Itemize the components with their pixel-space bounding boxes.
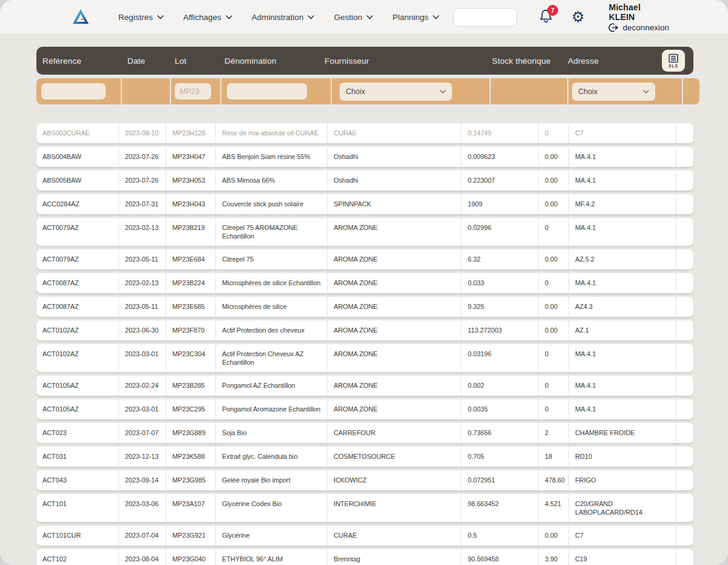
table-row[interactable]: ACT0105AZ2023-02-24MP23B285Pongamol AZ E…: [36, 376, 693, 396]
cell-fournisseur: AROMA ZONE: [327, 344, 461, 372]
table-row[interactable]: ACT0087AZ2023-02-13MP23B224Microsphères …: [36, 273, 693, 293]
cell-adresse: CHAMBRE FROIDE: [568, 423, 676, 443]
lot-filter-input[interactable]: [175, 83, 211, 100]
cell-qty: 0.00: [538, 320, 568, 340]
reference-filter-input[interactable]: [41, 83, 106, 100]
table-row[interactable]: ACT1012023-03-06MP23A107Glycérine Codex …: [36, 494, 693, 522]
logout-icon: [608, 23, 619, 32]
menu-gestion-label: Gestion: [334, 13, 362, 22]
cell-adresse: C7: [568, 526, 676, 546]
cell-date: 2023-05-11: [118, 297, 166, 317]
table-row[interactable]: ACT0087AZ2023-05-11MP23E685Microsphères …: [36, 297, 693, 317]
cell-reference: ACT101: [36, 494, 118, 522]
cell-qty: 0.00: [538, 297, 568, 317]
table-row[interactable]: ACT0079AZ2023-05-11MP23E684Citrepel 75AR…: [36, 249, 693, 269]
cell-stock: 0.033: [461, 273, 538, 293]
cell-date: 2023-08-10: [118, 123, 166, 143]
cell-stock: 0.14749: [461, 123, 538, 143]
cell-adresse: MF.4.2: [568, 194, 676, 214]
chevron-down-icon: [643, 90, 649, 93]
logout-button[interactable]: deconnexion: [608, 23, 669, 32]
cell-date: 2023-07-31: [118, 194, 166, 214]
table-row[interactable]: ACT0102AZ2023-03-01MP23C304Actif Protect…: [36, 344, 693, 372]
export-xls-button[interactable]: XLS: [662, 50, 685, 72]
cell-fournisseur: AROMA ZONE: [327, 376, 461, 396]
table-row[interactable]: ACT1022023-08-04MP23G040ETHYBIOL 96° ALI…: [36, 549, 693, 565]
column-header-lot[interactable]: Lot: [169, 56, 218, 66]
table-row[interactable]: ACT0105AZ2023-03-01MP23C295Pongamol Arom…: [36, 399, 693, 419]
cell-lot: MP23H128: [166, 123, 215, 143]
cell-date: 2023-06-30: [118, 320, 166, 340]
cell-adresse: C19: [568, 549, 676, 565]
menu-administration[interactable]: Administration: [246, 8, 320, 27]
adresse-filter-select[interactable]: Choix: [572, 83, 655, 101]
column-header-denomination[interactable]: Dénomination: [218, 56, 318, 66]
fournisseur-filter-select[interactable]: Choix: [340, 83, 452, 101]
table-row[interactable]: ACC0284AZ2023-07-31MP23H043Couvercle sti…: [36, 194, 693, 214]
notifications-button[interactable]: 7: [539, 8, 553, 25]
cell-reference: ACC0284AZ: [36, 194, 118, 214]
cell-reference: ABS003CURAE: [36, 123, 118, 143]
menu-administration-label: Administration: [252, 13, 304, 22]
cell-qty: 0.00: [538, 171, 568, 191]
menu-affichages[interactable]: Affichages: [178, 8, 238, 27]
cell-fournisseur: AROMA ZONE: [327, 297, 461, 317]
table-row[interactable]: ACT0232023-07-07MP23G889Soja BioCARREFOU…: [36, 423, 693, 443]
cell-qty: 18: [538, 447, 568, 467]
cell-date: 2023-07-07: [118, 423, 166, 443]
cell-adresse: MA.4.1: [568, 273, 676, 293]
table-row[interactable]: ACT0079AZ2023-02-13MP23B219Citrepel 75 A…: [36, 218, 693, 246]
cell-denomination: Actif Protection Cheveux AZ Echantillon: [215, 344, 327, 372]
menu-affichages-label: Affichages: [183, 13, 221, 22]
table-row[interactable]: ACT0102AZ2023-06-30MP23F870Actif Protect…: [36, 320, 693, 340]
cell-fournisseur: ICKOWICZ: [327, 470, 461, 490]
cell-reference: ACT043: [36, 470, 118, 490]
column-header-adresse[interactable]: Adresse: [562, 56, 662, 66]
menu-plannings[interactable]: Plannings: [387, 8, 445, 27]
cell-end-spacer: [676, 218, 693, 246]
cell-stock: 0.002: [461, 376, 538, 396]
cell-fournisseur: INTERCHIMIE: [327, 494, 461, 522]
cell-stock: 113.272003: [461, 320, 538, 340]
fournisseur-filter-value: Choix: [346, 87, 365, 96]
cell-qty: 0: [538, 344, 568, 372]
search-input[interactable]: [454, 8, 517, 26]
cell-qty: 3.90: [538, 549, 568, 565]
cell-end-spacer: [676, 273, 693, 293]
cell-denomination: Glycérine: [215, 526, 327, 546]
table-row[interactable]: ACT0432023-09-14MP23G985Gelée royale Bio…: [36, 470, 693, 490]
cell-date: 2023-03-06: [118, 494, 166, 522]
cell-date: 2023-02-13: [118, 273, 166, 293]
logout-label: deconnexion: [622, 23, 669, 32]
cell-end-spacer: [676, 526, 693, 546]
table-row[interactable]: ABS004BAW2023-07-26MP23H047ABS Benjoin S…: [36, 147, 693, 167]
cell-date: 2023-02-24: [118, 376, 166, 396]
cell-stock: 0.705: [461, 447, 538, 467]
column-header-date[interactable]: Date: [121, 56, 169, 66]
column-header-stock[interactable]: Stock théorique: [486, 56, 562, 66]
column-header-fournisseur[interactable]: Fournisseur: [318, 56, 486, 66]
menu-gestion[interactable]: Gestion: [328, 8, 379, 27]
cell-fournisseur: Oshadhi: [327, 171, 461, 191]
table-row[interactable]: ABS005BAW2023-07-26MP23H053ABS Mimosa 66…: [36, 171, 693, 191]
cell-end-spacer: [676, 297, 693, 317]
denomination-filter-input[interactable]: [227, 83, 307, 100]
chevron-down-icon: [157, 15, 164, 19]
cell-stock: 0.5: [461, 526, 538, 546]
cell-qty: 0.00: [538, 194, 568, 214]
cell-stock: 0.02996: [461, 218, 538, 246]
end-filter-cell: [683, 78, 699, 104]
cell-lot: MP23B224: [166, 273, 215, 293]
cell-lot: MP23C304: [166, 344, 215, 372]
table-row[interactable]: ACT0312023-12-13MP23K588Extrait glyc. Ca…: [36, 447, 693, 467]
cell-denomination: Microsphères de silice: [215, 297, 327, 317]
menu-registres[interactable]: Registres: [113, 8, 169, 27]
settings-gear-icon[interactable]: ⚙: [571, 10, 585, 24]
column-header-reference[interactable]: Référence: [36, 56, 121, 66]
table-row[interactable]: ACT101CUR2023-07-04MP23G921GlycérineCURA…: [36, 526, 693, 546]
cell-lot: MP23K588: [166, 447, 215, 467]
table-row[interactable]: ABS003CURAE2023-08-10MP23H128Rose de mai…: [36, 123, 693, 143]
cell-date: 2023-03-01: [118, 399, 166, 419]
cell-adresse: MA.4.1: [568, 171, 676, 191]
chevron-down-icon: [440, 90, 446, 93]
